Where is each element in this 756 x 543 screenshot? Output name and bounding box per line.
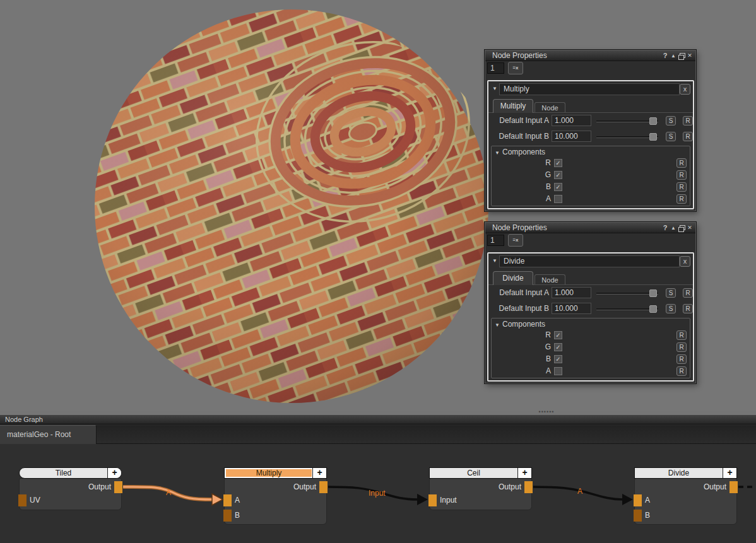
slider-track[interactable] [596,308,658,310]
slider-track[interactable] [596,293,658,295]
reset-button[interactable]: R [676,158,687,168]
slider-handle[interactable] [649,133,657,141]
checkbox-a[interactable] [554,367,562,375]
set-button[interactable]: S [666,132,676,141]
collapse-icon[interactable]: ▲ [670,52,677,60]
reset-button[interactable]: R [676,366,687,376]
collapse-icon[interactable]: ▲ [670,224,677,232]
help-icon[interactable]: ? [661,224,669,232]
wire-arrowhead-black [622,494,633,505]
reset-button[interactable]: R [683,116,693,126]
viewport-nodegraph-splitter[interactable]: •••••• [0,411,756,415]
add-node-plus-button[interactable]: + [107,468,121,478]
node-header-selected[interactable]: Multiply + [224,467,327,479]
close-icon[interactable]: ✕ [686,52,694,60]
pin-count-field[interactable]: 1 [487,235,504,246]
collapse-triangle-icon[interactable]: ▼ [492,86,497,91]
reset-button[interactable]: R [676,330,687,340]
panel-titlebar[interactable]: Node Properties ? ▲ ✕ [485,50,695,61]
port-label-uv: UV [30,494,40,506]
components-group: ▼ Components R ✓ R G ✓ R B ✓ R [491,318,690,378]
reset-button[interactable]: R [676,182,687,192]
wire-arrowhead-black [417,494,428,505]
wire-tiled-to-multiply-core[interactable] [123,487,213,499]
checkbox-r[interactable]: ✓ [554,331,562,339]
slider-track[interactable] [596,120,658,122]
node-header[interactable]: Divide + [634,467,737,479]
reset-button[interactable]: R [676,194,687,204]
clear-list-button[interactable]: ≡x [508,62,523,74]
remove-node-button[interactable]: x [680,84,690,95]
slider-track[interactable] [596,136,658,138]
node-body[interactable]: Output Input [429,478,532,510]
reset-button[interactable]: R [683,288,693,298]
remove-node-button[interactable]: x [680,256,690,267]
set-button[interactable]: S [666,304,676,313]
close-icon[interactable]: ✕ [686,224,694,232]
input-port-uv[interactable] [18,494,27,506]
reset-button[interactable]: R [683,304,693,313]
wire-ceil-to-divide[interactable] [533,487,623,499]
set-button[interactable]: S [666,288,676,298]
checkbox-r[interactable]: ✓ [554,159,562,167]
clear-list-button[interactable]: ≡x [508,234,523,247]
node-header[interactable]: Tiled + [19,467,122,479]
tab-node[interactable]: Node [535,102,565,113]
set-button[interactable]: S [666,116,676,126]
input-port-b[interactable] [634,510,642,522]
panel-titlebar[interactable]: Node Properties ? ▲ ✕ [485,223,695,233]
reset-button[interactable]: R [676,354,687,364]
node-graph-titlebar[interactable]: Node Graph [0,415,756,424]
node-name-field[interactable]: Multiply [499,83,680,95]
collapse-triangle-icon[interactable]: ▼ [492,258,497,264]
reset-button[interactable]: R [676,170,687,180]
brick-sphere-render [94,8,490,404]
output-port[interactable] [319,481,328,493]
wire-arrowhead-orange [212,494,223,505]
wire-multiply-to-ceil[interactable] [328,487,418,499]
input-port-input[interactable] [428,494,437,506]
component-row-b: B ✓ R [492,354,690,365]
reset-button[interactable]: R [676,342,687,352]
add-node-plus-button[interactable]: + [723,468,736,478]
value-field[interactable]: 10.000 [552,131,591,142]
add-node-plus-button[interactable]: + [312,468,326,478]
checkbox-b[interactable]: ✓ [554,355,562,363]
output-port[interactable] [114,481,122,493]
reset-button[interactable]: R [683,132,693,141]
checkbox-g[interactable]: ✓ [554,343,562,351]
node-header[interactable]: Ceil + [429,467,532,479]
collapse-triangle-icon[interactable]: ▼ [495,150,500,156]
add-node-plus-button[interactable]: + [517,468,531,478]
tab-materialgeo-root[interactable]: materialGeo - Root [0,425,97,444]
float-window-icon[interactable] [678,52,685,60]
slider-handle[interactable] [649,117,657,125]
tab-multiply[interactable]: Multiply [493,99,533,113]
node-body[interactable]: Output A B [634,478,737,525]
port-label-b: B [235,510,240,522]
node-body[interactable]: Output A B [224,478,327,525]
slider-handle[interactable] [649,305,657,313]
pin-count-field[interactable]: 1 [487,62,504,74]
checkbox-g[interactable]: ✓ [554,171,562,179]
wire-tiled-to-multiply[interactable] [123,487,213,499]
checkbox-a[interactable] [554,195,562,203]
tab-divide[interactable]: Divide [493,271,533,285]
slider-handle[interactable] [649,289,657,297]
input-port-a[interactable] [223,494,232,506]
input-port-b[interactable] [223,510,232,522]
node-body[interactable]: Output UV [19,478,122,510]
collapse-triangle-icon[interactable]: ▼ [495,322,500,328]
input-port-a[interactable] [634,494,642,506]
splitter-handle[interactable]: •••••• [536,409,557,415]
value-field[interactable]: 1.000 [552,115,591,126]
float-window-icon[interactable] [678,224,685,232]
checkbox-b[interactable]: ✓ [554,183,562,191]
help-icon[interactable]: ? [661,52,669,60]
value-field[interactable]: 1.000 [552,287,591,298]
tab-node[interactable]: Node [535,274,565,285]
value-field[interactable]: 10.000 [552,303,591,314]
output-port[interactable] [729,481,738,493]
node-name-field[interactable]: Divide [499,255,680,267]
output-port[interactable] [524,481,533,493]
